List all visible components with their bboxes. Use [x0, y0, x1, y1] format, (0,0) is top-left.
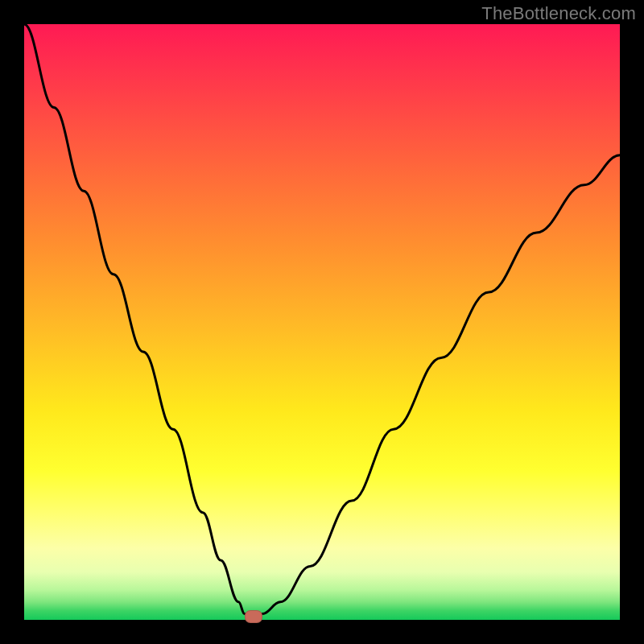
plot-area — [24, 24, 620, 620]
attribution-text: TheBottleneck.com — [481, 3, 636, 24]
bottleneck-curve — [24, 24, 620, 620]
chart-frame: TheBottleneck.com — [0, 0, 644, 644]
optimal-marker — [245, 610, 262, 623]
